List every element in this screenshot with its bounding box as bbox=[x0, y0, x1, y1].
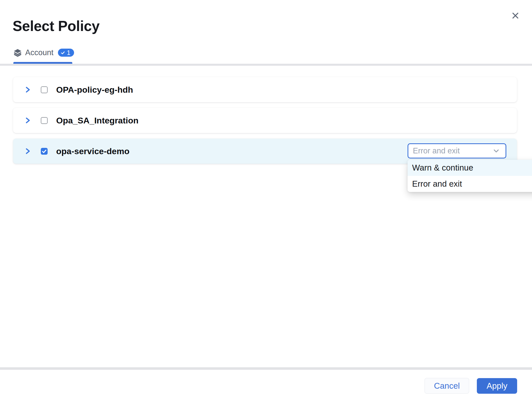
close-button[interactable] bbox=[509, 10, 521, 22]
policy-checkbox-checked[interactable] bbox=[41, 148, 48, 155]
severity-dropdown-menu: Warn & continue Error and exit bbox=[408, 160, 532, 192]
policy-checkbox[interactable] bbox=[41, 117, 48, 124]
dropdown-option-error-exit[interactable]: Error and exit bbox=[408, 176, 532, 192]
chevron-down-icon bbox=[492, 147, 500, 155]
policy-row-opa-policy-eg-hdh[interactable]: OPA-policy-eg-hdh bbox=[13, 77, 517, 102]
footer-divider bbox=[0, 367, 532, 370]
tab-account-label: Account bbox=[25, 48, 53, 57]
layers-icon bbox=[13, 48, 22, 57]
selected-count-badge: 1 bbox=[58, 49, 74, 57]
close-icon bbox=[511, 11, 520, 20]
severity-select-value: Error and exit bbox=[413, 146, 492, 155]
selected-count: 1 bbox=[67, 49, 70, 56]
modal-title: Select Policy bbox=[13, 18, 99, 34]
check-icon bbox=[60, 50, 65, 55]
chevron-right-icon[interactable] bbox=[24, 117, 31, 124]
policy-checkbox[interactable] bbox=[41, 86, 48, 93]
policy-name: opa-service-demo bbox=[56, 146, 129, 156]
policy-row-opa-sa-integration[interactable]: Opa_SA_Integration bbox=[13, 108, 517, 133]
chevron-right-icon[interactable] bbox=[24, 148, 31, 155]
tab-divider bbox=[0, 64, 532, 66]
apply-button[interactable]: Apply bbox=[477, 378, 517, 394]
select-policy-modal: Select Policy Account 1 OPA-policy-eg-hd… bbox=[0, 0, 532, 398]
severity-select[interactable]: Error and exit bbox=[408, 143, 506, 158]
tab-account[interactable]: Account 1 bbox=[13, 47, 74, 58]
dropdown-option-warn-continue[interactable]: Warn & continue bbox=[408, 160, 532, 176]
chevron-right-icon[interactable] bbox=[24, 86, 31, 93]
policy-name: Opa_SA_Integration bbox=[56, 116, 139, 125]
check-icon bbox=[42, 149, 47, 154]
cancel-button[interactable]: Cancel bbox=[424, 378, 469, 394]
policy-name: OPA-policy-eg-hdh bbox=[56, 85, 133, 95]
